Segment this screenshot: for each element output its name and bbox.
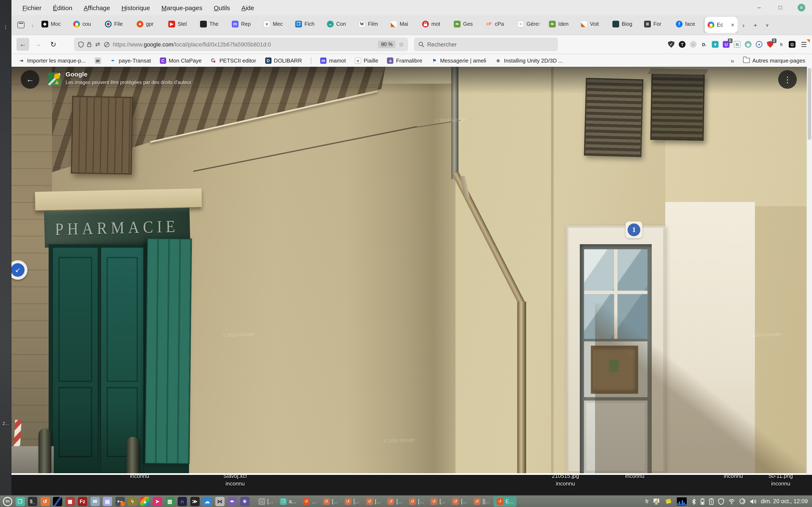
taskbar-window-button[interactable]: ↺[... — [363, 496, 384, 506]
zoom-level-badge[interactable]: 90 % — [378, 41, 396, 48]
taskbar-window-button[interactable]: ↺[... — [385, 496, 405, 506]
tab[interactable]: ≡Gérer — [514, 17, 546, 31]
new-tab-button[interactable]: + — [750, 19, 761, 31]
clipboard-icon[interactable] — [709, 498, 714, 505]
mail-launcher[interactable]: ✉ — [90, 496, 100, 506]
taskbar-window-button[interactable]: ↺... — [300, 496, 319, 506]
search-bar[interactable]: Rechercher — [414, 38, 558, 51]
taskbar-window-button[interactable]: ↺[... — [427, 496, 448, 506]
power-plug-launcher[interactable]: ϟ — [127, 496, 138, 506]
tab[interactable]: Mai — [388, 17, 419, 31]
tab[interactable]: ▶Stel — [165, 17, 197, 31]
scrollbar[interactable] — [807, 67, 812, 475]
tab[interactable]: ❧Ges — [451, 17, 483, 31]
tab[interactable]: The — [197, 17, 229, 31]
save-floppy-extension[interactable]: ▼ — [712, 41, 719, 48]
fast-forward-launcher[interactable]: ≫ — [190, 496, 200, 506]
container-swap-icon[interactable] — [95, 42, 101, 47]
terminal-launcher[interactable]: $_ — [28, 496, 38, 506]
adguard-extension[interactable]: 2 — [767, 41, 774, 48]
app-menu-button[interactable]: ☰ — [801, 40, 807, 48]
wifi-icon[interactable] — [728, 498, 735, 504]
scroll-tabs-left-button[interactable]: ‹ — [27, 19, 38, 31]
menu-aide[interactable]: Aide — [242, 4, 254, 11]
url-bar[interactable]: https://www.google.com/local/place/fid/0… — [74, 38, 408, 51]
eye-teal-extension[interactable]: ◉ — [745, 41, 752, 48]
file-manager-launcher[interactable]: ❐ — [15, 496, 25, 506]
tab[interactable]: mRep — [229, 17, 260, 31]
close-button[interactable]: ✕ — [798, 4, 805, 11]
bookmark-mamot[interactable]: mmamot — [320, 57, 346, 64]
shield-permissions-icon[interactable] — [78, 41, 84, 48]
export-arrow-launcher[interactable]: ➤ — [152, 496, 162, 506]
minimize-button[interactable]: – — [755, 4, 763, 11]
taskbar-window-button[interactable]: ↺[... — [342, 496, 362, 506]
filezilla-launcher[interactable]: Fz — [78, 496, 88, 506]
bookmark-mon-clapaye[interactable]: CMon ClaPaye — [160, 57, 202, 64]
tab-close-icon[interactable]: ✕ — [731, 22, 734, 28]
tab[interactable]: File — [102, 17, 134, 31]
security-shield-icon[interactable] — [718, 498, 724, 505]
bookmark-petscii-editor[interactable]: PETSCII editor — [211, 57, 256, 64]
prism-launcher[interactable]: ▲ — [140, 496, 150, 506]
tab[interactable]: ᴗCon — [324, 17, 356, 31]
pen-launcher[interactable]: ✒ — [227, 496, 237, 506]
taskbar-window-button[interactable]: ↺[... — [406, 496, 427, 506]
photo-viewer-launcher[interactable] — [52, 496, 63, 506]
menu-dition[interactable]: Édition — [53, 4, 72, 11]
taskbar-clock[interactable]: dim. 20 oct., 12:09 — [761, 498, 808, 504]
timeshift-launcher[interactable]: ↺ — [40, 496, 50, 506]
lock-icon[interactable] — [87, 41, 92, 47]
qr-code-launcher[interactable]: ▦ — [65, 496, 75, 506]
bluetooth-icon[interactable] — [692, 498, 696, 505]
tab[interactable]: vMec — [260, 17, 292, 31]
tab[interactable]: cPcPa — [483, 17, 514, 31]
street-view-back-button[interactable]: ← — [21, 70, 39, 89]
shield-check-extension[interactable]: ✓ — [668, 41, 675, 48]
bookmark-installing-unity[interactable]: ⊕Installing Unity 2D/3D ... — [495, 57, 563, 64]
taskbar-window-button[interactable]: ↺[... — [320, 496, 341, 506]
taskbar-window-button[interactable]: ↺[... — [449, 496, 470, 506]
taskbar-window-button[interactable]: ▢[... — [255, 496, 276, 506]
weave-launcher[interactable]: ⋈ — [215, 496, 225, 506]
tab[interactable]: mot — [419, 17, 451, 31]
system-monitor-graph[interactable] — [676, 497, 687, 506]
firefox-view-button[interactable] — [15, 19, 26, 31]
bookmark-star-icon[interactable]: ☆ — [399, 41, 404, 48]
tab[interactable]: ❧Iden — [546, 17, 578, 31]
display-settings-icon[interactable] — [653, 498, 661, 505]
duckduckgo-extension[interactable]: D. — [701, 41, 708, 48]
writer-launcher[interactable]: ▤ — [102, 496, 112, 506]
menu-historique[interactable]: Historique — [121, 4, 150, 11]
tab[interactable]: fface — [673, 17, 705, 31]
tab[interactable]: Voit — [578, 17, 609, 31]
tab-active[interactable]: Ec✕ — [705, 17, 738, 33]
bookmark-piaille[interactable]: vPiaille — [355, 57, 378, 64]
menu-fichier[interactable]: Fichier — [22, 4, 42, 11]
calculator-launcher[interactable]: +− — [115, 496, 125, 506]
tab[interactable]: Biog — [609, 17, 641, 31]
other-bookmarks-button[interactable]: Autres marque-pages — [743, 57, 805, 64]
bookmark-framalibre[interactable]: aFramalibre — [387, 57, 422, 64]
menu-outils[interactable]: Outils — [214, 4, 230, 11]
taskbar-window-button[interactable]: ↺E... — [494, 496, 516, 506]
black-lock-extension[interactable]: G — [789, 41, 796, 48]
tab[interactable]: ❐Fich — [292, 17, 324, 31]
tab[interactable]: cou — [70, 17, 102, 31]
bookmarks-overflow-button[interactable]: » — [730, 57, 734, 64]
ring-extension[interactable]: ● — [756, 41, 763, 48]
t-circle-extension[interactable]: T — [678, 41, 686, 48]
tab[interactable]: gpr — [134, 17, 165, 31]
audio-headphones-launcher[interactable]: ∩ — [177, 496, 187, 506]
vortex-icon[interactable] — [739, 498, 746, 504]
notes-clip-extension[interactable]: N — [733, 41, 741, 48]
list-tabs-button[interactable]: ∨ — [762, 19, 773, 31]
battery-icon[interactable] — [700, 498, 705, 505]
back-button[interactable]: ← — [16, 38, 29, 51]
bookmark-paye-transat[interactable]: ✒paye-Transat — [110, 57, 151, 64]
sticky-notes-icon[interactable] — [665, 498, 672, 504]
scroll-tabs-right-button[interactable]: › — [738, 19, 749, 31]
reload-button[interactable]: ↻ — [47, 38, 60, 51]
menu-affichage[interactable]: Affichage — [84, 4, 110, 11]
street-view-viewport[interactable]: PHARMACIE ↙ 1 — [11, 67, 807, 473]
